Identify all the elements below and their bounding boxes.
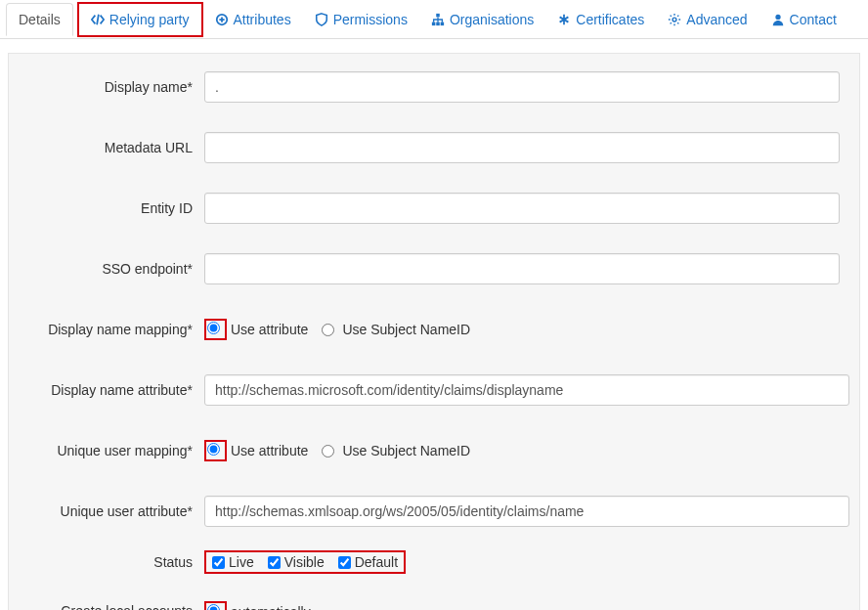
sso-endpoint-label: SSO endpoint* — [19, 261, 204, 277]
tab-permissions-label: Permissions — [333, 12, 408, 27]
unique-user-attribute-label: Unique user attribute* — [19, 503, 204, 519]
use-attribute-label: Use attribute — [231, 322, 308, 337]
tab-organisations-label: Organisations — [450, 12, 534, 27]
tab-contact[interactable]: Contact — [760, 4, 848, 35]
use-subject-label: Use Subject NameID — [342, 443, 470, 458]
sso-endpoint-input[interactable] — [204, 253, 840, 284]
sitemap-icon — [431, 13, 445, 26]
tab-relying-party[interactable]: Relying party — [77, 2, 203, 37]
highlight-box — [204, 440, 227, 461]
tab-bar: Details Relying party Attributes Permiss… — [0, 0, 868, 39]
status-live-label: Live — [229, 554, 254, 570]
display-name-attribute-label: Display name attribute* — [19, 382, 204, 398]
user-icon — [771, 13, 785, 26]
unique-user-mapping-label: Unique user mapping* — [19, 443, 204, 458]
asterisk-icon — [557, 13, 571, 26]
svg-point-5 — [673, 18, 676, 22]
gear-icon — [668, 13, 681, 26]
display-name-label: Display name* — [19, 79, 204, 95]
tab-certificates[interactable]: Certificates — [545, 4, 656, 35]
tab-details-label: Details — [19, 12, 61, 27]
tab-details[interactable]: Details — [6, 3, 73, 36]
display-name-input[interactable] — [204, 71, 840, 103]
highlight-box — [204, 319, 227, 340]
use-subject-label: Use Subject NameID — [342, 322, 470, 337]
status-default-label: Default — [355, 554, 398, 570]
create-local-auto-radio[interactable] — [207, 604, 220, 610]
svg-rect-4 — [441, 22, 445, 25]
highlight-box — [204, 601, 227, 610]
svg-point-6 — [775, 14, 780, 19]
status-visible-checkbox[interactable] — [268, 556, 281, 569]
display-name-attribute-input[interactable] — [204, 374, 849, 406]
entity-id-label: Entity ID — [19, 200, 204, 216]
display-name-mapping-label: Display name mapping* — [19, 322, 204, 337]
svg-rect-2 — [432, 22, 436, 25]
tab-relying-party-label: Relying party — [109, 12, 190, 27]
display-name-mapping-use-subject-radio[interactable] — [322, 324, 334, 336]
create-local-accounts-label: Create local accounts — [19, 601, 204, 610]
shield-icon — [315, 13, 328, 26]
svg-rect-3 — [436, 22, 440, 25]
use-attribute-label: Use attribute — [231, 443, 308, 458]
status-default-checkbox[interactable] — [338, 556, 351, 569]
circle-plus-icon — [215, 13, 229, 26]
status-visible-label: Visible — [284, 554, 325, 570]
code-icon — [91, 13, 105, 26]
tab-advanced[interactable]: Advanced — [656, 4, 759, 35]
form-panel: Display name* Metadata URL Entity ID SSO… — [8, 53, 860, 610]
tab-advanced-label: Advanced — [686, 12, 747, 27]
tab-permissions[interactable]: Permissions — [303, 4, 419, 35]
unique-user-mapping-use-subject-radio[interactable] — [322, 445, 334, 458]
tab-contact-label: Contact — [790, 12, 837, 27]
metadata-url-input[interactable] — [204, 132, 840, 163]
status-label: Status — [19, 554, 204, 570]
unique-user-attribute-input[interactable] — [204, 496, 849, 527]
unique-user-mapping-use-attribute-radio[interactable] — [207, 443, 220, 456]
status-checkbox-group: Live Visible Default — [204, 550, 406, 574]
metadata-url-label: Metadata URL — [19, 140, 204, 155]
display-name-mapping-use-attribute-radio[interactable] — [207, 322, 220, 334]
tab-attributes[interactable]: Attributes — [203, 4, 303, 35]
tab-organisations[interactable]: Organisations — [419, 4, 545, 35]
tab-certificates-label: Certificates — [576, 12, 644, 27]
tab-attributes-label: Attributes — [234, 12, 291, 27]
create-local-auto-label: automatically — [231, 604, 311, 610]
svg-rect-1 — [436, 13, 440, 17]
status-live-checkbox[interactable] — [212, 556, 225, 569]
entity-id-input[interactable] — [204, 193, 840, 224]
